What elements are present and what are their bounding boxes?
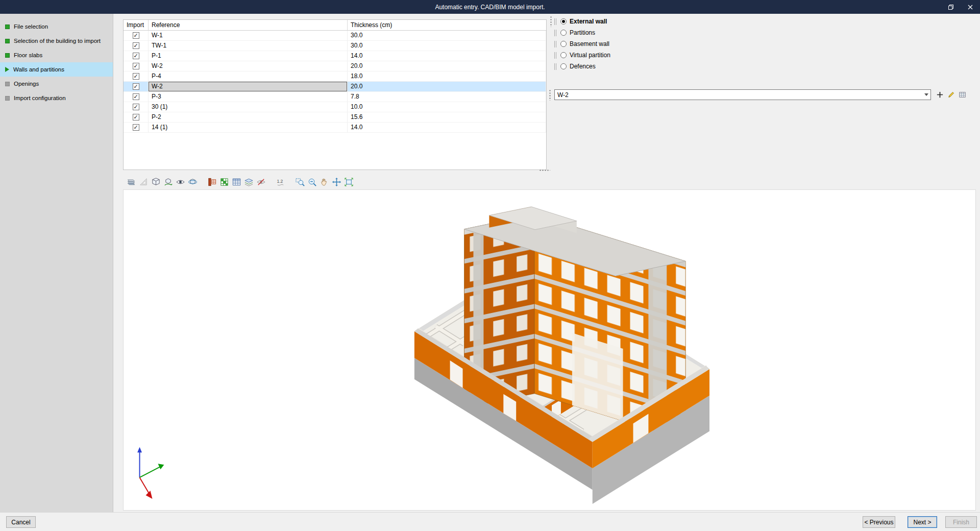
reference-cell[interactable]: 30 (1) [149, 102, 348, 112]
table-row[interactable]: ✓W-130.0 [124, 31, 546, 41]
import-cell: ✓ [124, 102, 149, 112]
move-view-icon[interactable] [330, 176, 342, 188]
import-checkbox[interactable]: ✓ [133, 42, 139, 49]
edit-type-icon[interactable] [946, 90, 955, 99]
sidebar-step-openings[interactable]: Openings [0, 77, 113, 91]
horizontal-splitter-handle[interactable] [539, 169, 550, 172]
thickness-cell[interactable]: 14.0 [348, 51, 546, 61]
table-row[interactable]: ✓P-37.8 [124, 92, 546, 102]
zoom-window-icon[interactable] [293, 176, 306, 188]
thickness-cell[interactable]: 20.0 [348, 61, 546, 71]
table-row[interactable]: ✓P-215.6 [124, 112, 546, 123]
pending-step-icon [5, 82, 10, 86]
hide-elements-icon[interactable] [255, 176, 267, 188]
radio-button[interactable] [560, 41, 567, 47]
wall-type-option-defences[interactable]: Defences [554, 62, 596, 70]
thickness-cell[interactable]: 20.0 [348, 82, 546, 92]
chevron-down-icon[interactable] [922, 90, 930, 100]
reference-cell[interactable]: W-2 [149, 82, 348, 92]
table-row[interactable]: ✓P-418.0 [124, 71, 546, 82]
setsquare-icon[interactable] [137, 176, 150, 188]
wall-type-option-external-wall[interactable]: External wall [554, 17, 607, 26]
table-row[interactable]: ✓14 (1)14.0 [124, 123, 546, 133]
sidebar-step-floor-slabs[interactable]: Floor slabs [0, 48, 113, 62]
panel-splitter-handle[interactable] [550, 16, 552, 27]
reference-cell[interactable]: P-3 [149, 92, 348, 102]
import-checkbox[interactable]: ✓ [133, 63, 139, 69]
import-checkbox[interactable]: ✓ [133, 114, 139, 120]
toolbar-group [293, 176, 355, 188]
cancel-button[interactable]: Cancel [6, 516, 36, 528]
wall-type-label: Partitions [570, 29, 595, 36]
radio-button[interactable] [560, 52, 567, 58]
wall-type-selector-value: W-2 [555, 91, 922, 99]
import-checkbox[interactable]: ✓ [133, 124, 139, 131]
radio-button[interactable] [560, 63, 567, 69]
zoom-out-icon[interactable] [306, 176, 318, 188]
sidebar-step-label: Walls and partitions [13, 66, 64, 73]
decimal-places-icon[interactable]: 1.2 [274, 176, 286, 188]
reference-cell[interactable]: 14 (1) [149, 123, 348, 133]
import-checkbox[interactable]: ✓ [133, 53, 139, 59]
sidebar-step-walls-and-partitions[interactable]: Walls and partitions [0, 62, 113, 77]
import-checkbox[interactable]: ✓ [133, 83, 139, 90]
thickness-cell[interactable]: 7.8 [348, 92, 546, 102]
table-grid-icon[interactable] [230, 176, 242, 188]
thickness-cell[interactable]: 10.0 [348, 102, 546, 112]
columns-info-icon[interactable] [206, 176, 218, 188]
table-row[interactable]: ✓W-220.0 [124, 82, 546, 92]
add-type-icon[interactable] [935, 90, 944, 99]
thickness-cell[interactable]: 14.0 [348, 123, 546, 133]
green-grid-icon[interactable] [218, 176, 230, 188]
sidebar-step-selection-of-the-building-to-import[interactable]: Selection of the building to import [0, 34, 113, 48]
import-checkbox[interactable]: ✓ [133, 104, 139, 110]
thickness-cell[interactable]: 30.0 [348, 31, 546, 41]
layer-stack-icon[interactable] [242, 176, 255, 188]
fit-view-icon[interactable] [342, 176, 355, 188]
sidebar-step-label: Import configuration [14, 95, 66, 101]
sidebar-step-label: File selection [14, 23, 48, 30]
thickness-cell[interactable]: 18.0 [348, 71, 546, 82]
previous-button[interactable]: < Previous [863, 516, 895, 528]
model-viewport[interactable] [123, 189, 976, 511]
close-icon[interactable] [961, 0, 980, 14]
visibility-icon[interactable] [174, 176, 186, 188]
import-checkbox[interactable]: ✓ [133, 32, 139, 39]
selector-splitter-handle[interactable] [549, 89, 551, 101]
wall-type-label: External wall [570, 18, 607, 25]
radio-button[interactable] [560, 18, 567, 25]
restore-icon[interactable] [941, 0, 961, 14]
wall-type-option-partitions[interactable]: Partitions [554, 29, 595, 37]
table-row[interactable]: ✓TW-130.0 [124, 41, 546, 51]
thickness-cell[interactable]: 30.0 [348, 41, 546, 51]
reference-cell[interactable]: P-2 [149, 112, 348, 123]
radio-button[interactable] [560, 30, 567, 36]
table-row[interactable]: ✓P-114.0 [124, 51, 546, 61]
rotate-model-icon[interactable] [162, 176, 174, 188]
sidebar-step-import-configuration[interactable]: Import configuration [0, 91, 113, 105]
next-button[interactable]: Next > [908, 516, 937, 528]
orbit-icon[interactable] [186, 176, 199, 188]
wall-type-selector[interactable]: W-2 [554, 89, 931, 100]
reference-cell[interactable]: P-4 [149, 71, 348, 82]
wall-type-option-virtual-partition[interactable]: Virtual partition [554, 51, 610, 59]
solid-view-icon[interactable] [150, 176, 162, 188]
reference-cell[interactable]: W-1 [149, 31, 348, 41]
type-table-icon[interactable] [958, 90, 967, 99]
layers-icon[interactable] [125, 176, 137, 188]
pan-icon[interactable] [318, 176, 330, 188]
import-checkbox[interactable]: ✓ [133, 93, 139, 100]
wall-type-label: Basement wall [570, 40, 609, 47]
table-row[interactable]: ✓W-220.0 [124, 61, 546, 71]
building-model [124, 190, 975, 510]
reference-cell[interactable]: W-2 [149, 61, 348, 71]
import-checkbox[interactable]: ✓ [133, 73, 139, 80]
reference-cell[interactable]: P-1 [149, 51, 348, 61]
wall-type-option-basement-wall[interactable]: Basement wall [554, 40, 609, 48]
reference-cell[interactable]: TW-1 [149, 41, 348, 51]
table-row[interactable]: ✓30 (1)10.0 [124, 102, 546, 112]
svg-text:1.2: 1.2 [277, 179, 283, 184]
thickness-cell[interactable]: 15.6 [348, 112, 546, 123]
sidebar-step-file-selection[interactable]: File selection [0, 19, 113, 34]
titlebar: Automatic entry. CAD/BIM model import. [0, 0, 980, 14]
